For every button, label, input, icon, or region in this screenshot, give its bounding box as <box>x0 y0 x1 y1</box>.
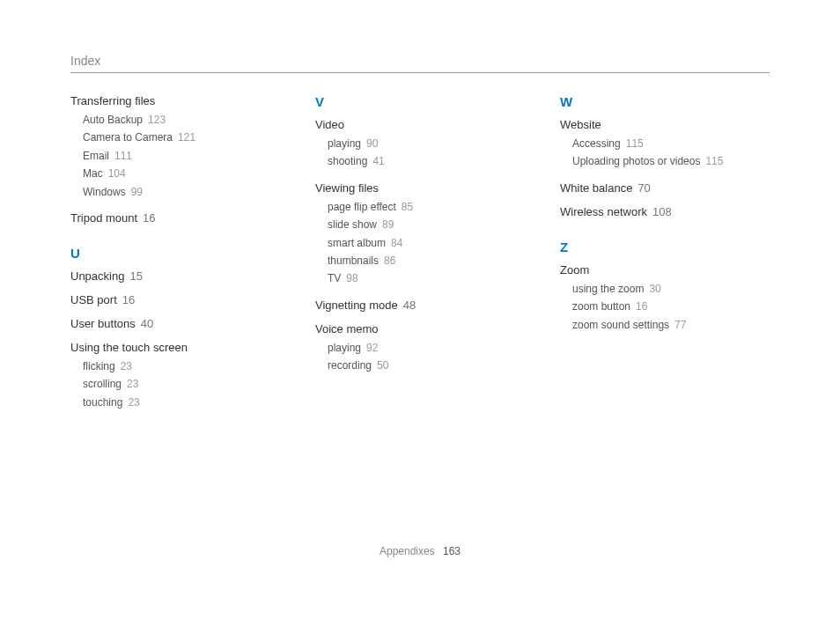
index-columns: Transferring filesAuto Backup123Camera t… <box>70 94 770 422</box>
sub-item[interactable]: Accessing115 <box>572 135 770 152</box>
sub-item[interactable]: Mac104 <box>83 165 280 182</box>
entry-title-row[interactable]: Zoom <box>560 263 770 276</box>
header-title: Index <box>70 54 100 68</box>
entry-title-row[interactable]: USB port16 <box>70 293 280 306</box>
sub-item-page-number: 90 <box>366 137 378 150</box>
sub-item[interactable]: playing90 <box>328 135 525 152</box>
index-entry: Vignetting mode48 <box>315 299 525 312</box>
sub-item-label: recording <box>328 359 372 372</box>
entry-title: Wireless network <box>560 205 647 218</box>
sub-item-page-number: 89 <box>382 218 394 231</box>
sub-item[interactable]: flicking23 <box>83 358 280 375</box>
index-column: WWebsiteAccessing115Uploading photos or … <box>560 94 770 422</box>
sub-item-page-number: 30 <box>649 283 660 295</box>
index-entry: Viewing filespage flip effect85slide sho… <box>315 181 525 288</box>
sub-item-label: Email <box>83 150 109 162</box>
sub-item-label: playing <box>328 137 361 150</box>
entry-page-number: 40 <box>141 317 153 330</box>
entry-title-row[interactable]: Using the touch screen <box>70 341 280 354</box>
sub-item[interactable]: touching23 <box>83 394 280 411</box>
sub-list: playing92recording50 <box>315 339 525 375</box>
sub-list: Accessing115Uploading photos or videos11… <box>560 135 770 171</box>
entry-title-row[interactable]: User buttons40 <box>70 317 280 330</box>
index-column: VVideoplaying90shooting41Viewing filespa… <box>315 94 525 422</box>
sub-item-page-number: 84 <box>391 237 402 249</box>
sub-item-page-number: 85 <box>402 201 413 213</box>
entry-title-row[interactable]: Unpacking15 <box>70 269 280 283</box>
index-entry: Tripod mount16 <box>70 211 280 225</box>
entry-title: Website <box>560 118 601 131</box>
sub-item[interactable]: Camera to Camera121 <box>83 129 280 146</box>
sub-item-label: thumbnails <box>328 254 379 267</box>
entry-page-number: 70 <box>637 181 650 195</box>
sub-item-label: zoom sound settings <box>572 319 669 331</box>
entry-title-row[interactable]: Video <box>315 118 525 131</box>
sub-item[interactable]: Uploading photos or videos115 <box>572 152 770 170</box>
sub-item[interactable]: Windows99 <box>83 183 280 201</box>
sub-item[interactable]: slide show89 <box>328 216 525 233</box>
sub-item[interactable]: page flip effect85 <box>328 198 525 216</box>
sub-item[interactable]: shooting41 <box>328 152 525 170</box>
sub-item[interactable]: smart album84 <box>328 234 525 252</box>
sub-item-label: touching <box>83 396 122 409</box>
sub-item-page-number: 115 <box>626 137 644 150</box>
entry-title-row[interactable]: Website <box>560 118 770 131</box>
sub-item[interactable]: Email111 <box>83 147 280 165</box>
sub-item-label: Uploading photos or videos <box>572 155 700 167</box>
sub-item[interactable]: playing92 <box>328 339 525 357</box>
sub-item-label: playing <box>328 342 361 354</box>
sub-item-label: page flip effect <box>328 201 396 213</box>
letter-heading: W <box>560 94 770 109</box>
index-entry: Voice memoplaying92recording50 <box>315 322 525 375</box>
index-entry: Zoomusing the zoom30zoom button16zoom so… <box>560 263 770 334</box>
sub-item[interactable]: Auto Backup123 <box>83 111 280 129</box>
entry-title-row[interactable]: Vignetting mode48 <box>315 299 525 312</box>
entry-page-number: 108 <box>652 205 672 218</box>
entry-title: White balance <box>560 181 632 195</box>
index-entry: White balance70 <box>560 181 770 195</box>
entry-page-number: 48 <box>403 299 416 312</box>
letter-heading: Z <box>560 240 770 254</box>
sub-item[interactable]: TV98 <box>328 269 525 287</box>
sub-item-page-number: 92 <box>366 342 378 354</box>
page-footer: Appendixes 163 <box>70 545 770 557</box>
sub-item-page-number: 99 <box>131 186 143 198</box>
sub-item-label: TV <box>328 272 341 284</box>
sub-list: flicking23scrolling23touching23 <box>70 358 280 411</box>
entry-title: Viewing files <box>315 181 379 195</box>
entry-title-row[interactable]: White balance70 <box>560 181 770 195</box>
sub-item-page-number: 115 <box>705 155 723 167</box>
sub-item[interactable]: recording50 <box>328 357 525 374</box>
sub-item[interactable]: scrolling23 <box>83 375 280 393</box>
sub-item-label: zoom button <box>572 300 630 313</box>
index-entry: Unpacking15 <box>70 269 280 283</box>
sub-item-page-number: 23 <box>128 396 139 409</box>
footer-section: Appendixes <box>379 545 435 557</box>
entry-title: Zoom <box>560 263 589 276</box>
page: Index Transferring filesAuto Backup123Ca… <box>0 0 840 584</box>
sub-item-page-number: 98 <box>346 272 357 284</box>
sub-item[interactable]: thumbnails86 <box>328 252 525 269</box>
index-entry: Transferring filesAuto Backup123Camera t… <box>70 94 280 201</box>
sub-item-label: Accessing <box>572 137 621 150</box>
entry-title-row[interactable]: Transferring files <box>70 94 280 107</box>
sub-list: Auto Backup123Camera to Camera121Email11… <box>70 111 280 201</box>
sub-item-page-number: 123 <box>148 114 166 126</box>
sub-item-page-number: 16 <box>636 300 647 313</box>
sub-item-page-number: 23 <box>127 378 138 390</box>
sub-item[interactable]: zoom button16 <box>572 298 770 315</box>
letter-heading: U <box>70 246 280 261</box>
sub-list: page flip effect85slide show89smart albu… <box>315 198 525 288</box>
sub-item-label: Windows <box>83 186 126 198</box>
entry-title: Vignetting mode <box>315 299 398 312</box>
sub-item[interactable]: zoom sound settings77 <box>572 316 770 334</box>
entry-title-row[interactable]: Voice memo <box>315 322 525 335</box>
sub-item-label: flicking <box>83 360 115 372</box>
sub-item[interactable]: using the zoom30 <box>572 280 770 298</box>
entry-title-row[interactable]: Viewing files <box>315 181 525 195</box>
entry-title-row[interactable]: Tripod mount16 <box>70 211 280 225</box>
entry-title-row[interactable]: Wireless network108 <box>560 205 770 218</box>
entry-title: Tripod mount <box>70 211 137 225</box>
index-column: Transferring filesAuto Backup123Camera t… <box>70 94 280 422</box>
sub-item-page-number: 86 <box>384 254 395 267</box>
